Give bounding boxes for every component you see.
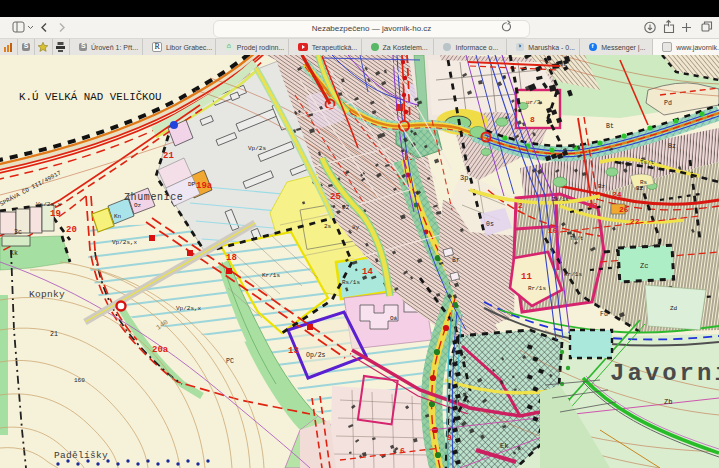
- svg-text:D2: D2: [342, 204, 350, 211]
- svg-text:Kr/1s: Kr/1s: [262, 272, 280, 279]
- svg-text:14: 14: [362, 267, 373, 277]
- svg-text:ur/3: ur/3: [526, 99, 541, 106]
- svg-text:Bt: Bt: [606, 123, 614, 130]
- svg-text:Oá: Oá: [390, 315, 398, 322]
- svg-text:Vp/2s: Vp/2s: [248, 145, 266, 152]
- svg-text:Op/2s: Op/2s: [306, 352, 326, 359]
- svg-text:0s: 0s: [486, 221, 494, 228]
- svg-text:24: 24: [612, 190, 622, 199]
- svg-text:Vp/2s,x: Vp/2s,x: [176, 305, 202, 312]
- svg-text:18: 18: [226, 253, 237, 263]
- svg-text:25: 25: [330, 192, 341, 202]
- svg-text:Fd: Fd: [600, 311, 608, 318]
- svg-text:Kn: Kn: [114, 213, 122, 220]
- svg-text:22: 22: [630, 217, 640, 226]
- svg-text:29: 29: [588, 201, 598, 210]
- svg-text:Kk: Kk: [10, 250, 18, 257]
- svg-text:Rr/1s: Rr/1s: [528, 285, 546, 292]
- svg-text:13: 13: [288, 346, 299, 356]
- svg-text:21: 21: [163, 151, 174, 161]
- svg-text:Ek: Ek: [500, 442, 508, 450]
- svg-text:11: 11: [521, 272, 532, 282]
- svg-text:9: 9: [447, 433, 452, 442]
- svg-text:19a: 19a: [196, 181, 213, 191]
- svg-text:Ts/t: Ts/t: [640, 159, 654, 166]
- svg-text:Zd: Zd: [670, 305, 678, 312]
- svg-text:8r: 8r: [452, 257, 460, 264]
- svg-text:Vs/2s,x: Vs/2s,x: [36, 201, 62, 208]
- svg-text:Javorník: Javorník: [610, 360, 719, 387]
- svg-text:2s: 2s: [324, 223, 332, 230]
- svg-text:Zhumenice: Zhumenice: [124, 192, 183, 203]
- svg-text:Pd: Pd: [664, 100, 672, 107]
- svg-text:8z: 8z: [668, 143, 676, 150]
- svg-text:Rr/1s: Rr/1s: [564, 271, 582, 278]
- svg-text:160: 160: [74, 377, 85, 384]
- svg-text:DP: DP: [188, 181, 196, 188]
- svg-text:20: 20: [66, 225, 77, 235]
- svg-text:Rs/1s: Rs/1s: [342, 279, 360, 286]
- svg-text:B2: B2: [636, 185, 644, 192]
- svg-text:Zc: Zc: [640, 262, 648, 270]
- svg-text:26: 26: [619, 205, 629, 214]
- svg-text:PC: PC: [226, 358, 234, 365]
- svg-text:21: 21: [50, 331, 58, 338]
- svg-text:Zb: Zb: [664, 398, 672, 406]
- svg-text:16: 16: [548, 226, 558, 235]
- svg-text:2: 2: [518, 201, 523, 210]
- svg-text:19: 19: [50, 209, 61, 219]
- svg-text:Zk/1s: Zk/1s: [552, 196, 569, 203]
- svg-text:20a: 20a: [152, 345, 169, 355]
- svg-text:3p: 3p: [460, 174, 468, 182]
- svg-text:Padělíšky: Padělíšky: [54, 450, 108, 461]
- svg-text:6: 6: [400, 446, 405, 455]
- svg-text:Ts/t: Ts/t: [570, 235, 583, 242]
- svg-text:Kopnky: Kopnky: [29, 289, 65, 300]
- svg-text:8c: 8c: [560, 61, 568, 68]
- svg-text:Vp/2s,x: Vp/2s,x: [112, 239, 138, 246]
- svg-text:Oz: Oz: [134, 202, 142, 209]
- svg-text:3c: 3c: [14, 229, 22, 236]
- svg-text:8y: 8y: [352, 224, 360, 231]
- svg-text:Bz: Bz: [598, 183, 606, 190]
- svg-text:8: 8: [530, 115, 535, 124]
- svg-text:K.Ú VELKÁ NAD VELIČKOU: K.Ú VELKÁ NAD VELIČKOU: [19, 90, 162, 103]
